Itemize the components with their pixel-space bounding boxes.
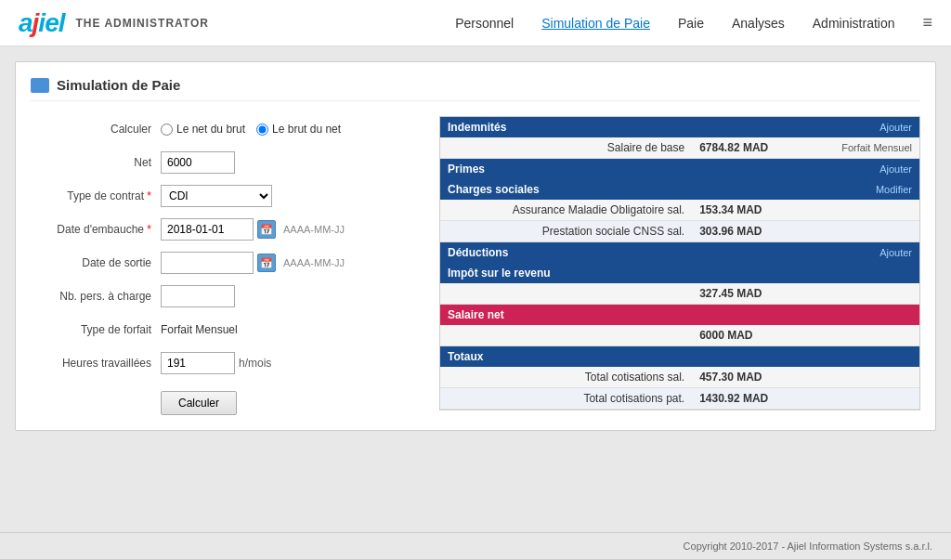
results-scroll[interactable]: Indemnités Ajouter Salaire de base 6784.… (439, 116, 920, 410)
salaire-net-note (804, 325, 919, 346)
charge-input[interactable] (161, 285, 235, 307)
radio-group: Le net du brut Le brut du net (161, 123, 341, 136)
total-pat-label: Total cotisations pat. (440, 388, 692, 410)
calculer-row: Calculer Le net du brut Le brut du net (31, 116, 421, 142)
calculer-button[interactable]: Calculer (161, 391, 237, 415)
amo-label: Assurance Maladie Obligatoire sal. (440, 200, 692, 221)
heures-label: Heures travaillées (31, 357, 161, 370)
total-sal-row: Total cotisations sal. 457.30 MAD (440, 367, 919, 388)
net-row: Net (31, 150, 421, 176)
embauche-hint: AAAA-MM-JJ (283, 224, 345, 235)
salaire-net-amount: 6000 MAD (692, 325, 804, 346)
charges-title: Charges sociales (448, 183, 540, 196)
main-content: Simulation de Paie Calculer Le net du br… (0, 46, 951, 532)
nav-paie[interactable]: Paie (678, 16, 704, 31)
totaux-header-row: Totaux (440, 346, 919, 368)
indemnites-title: Indemnités (448, 121, 506, 134)
cnss-label: Prestation sociale CNSS sal. (440, 221, 692, 242)
charge-row: Nb. pers. à charge (31, 283, 421, 309)
deductions-header: Déductions Ajouter (440, 242, 919, 263)
deductions-title: Déductions (448, 246, 508, 259)
deductions-header-cell: Déductions Ajouter (440, 242, 919, 264)
contrat-row: Type de contrat * CDI CDD Intérimaire (31, 183, 421, 209)
results-table: Indemnités Ajouter Salaire de base 6784.… (440, 117, 919, 410)
forfait-label: Type de forfait (31, 323, 161, 336)
sortie-label: Date de sortie (31, 256, 161, 269)
cnss-amount: 303.96 MAD (692, 221, 804, 242)
forfait-value: Forfait Mensuel (161, 323, 238, 336)
salaire-net-header: Salaire net (440, 305, 919, 325)
card-title: Simulation de Paie (57, 77, 180, 93)
salaire-base-amount: 6784.82 MAD (692, 137, 804, 159)
embauche-input[interactable] (161, 218, 254, 241)
amo-row: Assurance Maladie Obligatoire sal. 153.3… (440, 200, 919, 221)
nav-administration[interactable]: Administration (813, 16, 895, 31)
sortie-row: Date de sortie 📅 AAAA-MM-JJ (31, 250, 421, 276)
forfait-row: Type de forfait Forfait Mensuel (31, 317, 421, 343)
sortie-calendar-icon[interactable]: 📅 (257, 254, 276, 272)
amo-amount: 153.34 MAD (692, 200, 804, 221)
net-input[interactable] (161, 151, 235, 174)
deductions-header-row: Déductions Ajouter (440, 242, 919, 264)
nav-links: Personnel Simulation de Paie Paie Analys… (455, 13, 932, 33)
salaire-net-title: Salaire net (448, 308, 504, 321)
total-pat-note (804, 388, 919, 410)
contrat-label: Type de contrat * (31, 189, 161, 202)
contrat-select[interactable]: CDI CDD Intérimaire (161, 185, 272, 207)
form-results: Calculer Le net du brut Le brut du net (31, 116, 920, 415)
hamburger-icon[interactable]: ≡ (922, 13, 932, 33)
embauche-label: Date d'embauche * (31, 223, 161, 236)
required-star: * (147, 189, 151, 202)
required-star-embauche: * (147, 223, 151, 236)
embauche-wrapper: 📅 AAAA-MM-JJ (161, 218, 345, 241)
primes-action[interactable]: Ajouter (879, 163, 912, 175)
impot-title: Impôt sur le revenu (448, 267, 551, 280)
primes-title: Primes (448, 163, 485, 176)
cnss-row: Prestation sociale CNSS sal. 303.96 MAD (440, 221, 919, 242)
impot-header: Impôt sur le revenu (440, 263, 919, 283)
radio-brut-label[interactable]: Le brut du net (256, 123, 341, 136)
sortie-input[interactable] (161, 252, 254, 274)
nav-analyses[interactable]: Analyses (732, 16, 785, 31)
top-nav: ajiel THE ADMINISTRATOR Personnel Simula… (0, 0, 951, 46)
totaux-header: Totaux (440, 346, 919, 367)
total-sal-amount: 457.30 MAD (692, 367, 804, 388)
radio-net-label[interactable]: Le net du brut (161, 123, 245, 136)
primes-header-cell: Primes Ajouter (440, 159, 919, 180)
impot-label (440, 283, 692, 305)
deductions-action[interactable]: Ajouter (879, 247, 912, 258)
total-sal-label: Total cotisations sal. (440, 367, 692, 388)
radio-net[interactable] (161, 124, 173, 136)
embauche-row: Date d'embauche * 📅 AAAA-MM-JJ (31, 216, 421, 242)
calculer-label: Calculer (31, 123, 161, 136)
net-label: Net (31, 156, 161, 169)
primes-header: Primes Ajouter (440, 159, 919, 179)
indemnites-action[interactable]: Ajouter (879, 122, 912, 133)
impot-note (804, 283, 919, 305)
logo: ajiel (19, 8, 65, 38)
nav-simulation[interactable]: Simulation de Paie (541, 16, 650, 31)
totaux-title: Totaux (448, 350, 483, 363)
card-icon (31, 78, 49, 93)
heures-input[interactable] (161, 352, 235, 374)
salaire-base-note: Forfait Mensuel (804, 137, 919, 159)
total-pat-row: Total cotisations pat. 1430.92 MAD (440, 388, 919, 410)
charges-header-row: Charges sociales Modifier (440, 179, 919, 200)
impot-header-cell: Impôt sur le revenu (440, 263, 919, 283)
primes-header-row: Primes Ajouter (440, 159, 919, 180)
heures-unit: h/mois (239, 357, 271, 370)
heures-row: Heures travaillées h/mois (31, 350, 421, 376)
charges-action[interactable]: Modifier (876, 184, 912, 195)
embauche-calendar-icon[interactable]: 📅 (257, 220, 276, 239)
nav-personnel[interactable]: Personnel (455, 16, 514, 31)
cnss-note (804, 221, 919, 242)
salaire-net-label (440, 325, 692, 346)
radio-brut[interactable] (256, 124, 268, 136)
total-sal-note (804, 367, 919, 388)
salaire-base-label: Salaire de base (440, 137, 692, 159)
impot-header-row: Impôt sur le revenu (440, 263, 919, 283)
results-section: Indemnités Ajouter Salaire de base 6784.… (439, 116, 920, 410)
charges-header-cell: Charges sociales Modifier (440, 179, 919, 200)
simulation-card: Simulation de Paie Calculer Le net du br… (15, 61, 936, 431)
impot-row: 327.45 MAD (440, 283, 919, 305)
